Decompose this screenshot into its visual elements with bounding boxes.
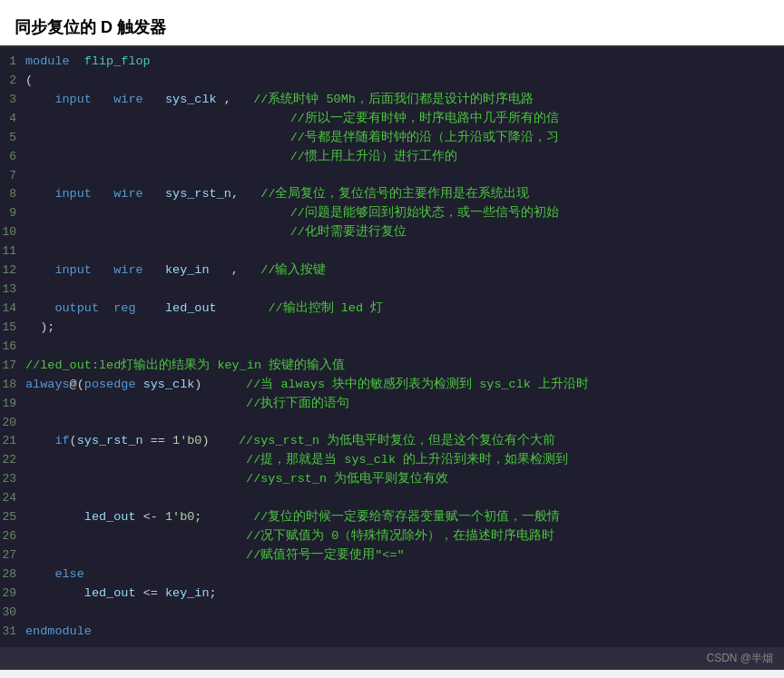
line-content: led_out <= key_in; [25,585,777,604]
code-token [92,93,113,106]
code-line: 14 output reg led_out //输出控制 led 灯 [0,300,784,319]
line-content: //号都是伴随着时钟的沿（上升沿或下降沿，习 [25,129,777,148]
line-content [25,414,777,433]
code-line: 22 //提，那就是当 sys_clk 的上升沿到来时，如果检测到 [0,451,784,470]
code-token: wire [113,263,142,277]
code-token [25,453,246,467]
code-line: 28 else [0,565,784,585]
code-token: sys_rst_n [77,434,143,447]
line-content: output reg led_out //输出控制 led 灯 [25,300,777,319]
code-token: posedge [84,378,136,391]
line-content: always@(posedge sys_clk) //当 always 块中的敏… [25,376,777,395]
code-token: sys_clk [143,378,195,391]
line-content: //况下赋值为 0（特殊情况除外），在描述时序电路时 [25,527,777,546]
line-number: 19 [0,395,25,413]
line-number: 26 [0,527,25,545]
code-token [201,378,246,391]
code-token: //惯上用上升沿）进行工作的 [290,150,457,163]
code-token: led_out [84,510,136,524]
code-token: //执行下面的语句 [246,397,349,410]
code-line: 16 [0,338,784,357]
code-token: 1'b0 [165,510,194,524]
code-token: <- [136,510,165,524]
code-token: , [231,187,239,201]
code-token [25,150,290,163]
code-token: else [54,567,83,581]
code-token: <= [136,586,165,600]
code-token [25,397,246,410]
code-line: 4 //所以一定要有时钟，时序电路中几乎所有的信 [0,110,784,129]
line-number: 3 [0,91,25,109]
code-token: //sys_rst_n 为低电平则复位有效 [246,472,448,486]
line-content [25,167,777,186]
code-line: 10 //化时需要进行复位 [0,223,784,242]
line-content: //化时需要进行复位 [25,223,777,242]
code-token: reg [113,301,135,315]
line-number: 1 [0,53,25,71]
code-token: //led_out:led灯输出的结果为 key_in 按键的输入值 [25,359,345,372]
line-number: 23 [0,470,25,488]
code-token [143,93,165,106]
code-token: output [54,301,99,315]
code-token [25,529,246,543]
code-token: , [210,263,239,277]
code-line: 20 [0,414,784,433]
line-number: 21 [0,432,25,450]
code-token: 1'b0 [172,434,201,447]
code-line: 24 [0,489,784,508]
code-token: sys_clk [165,93,217,106]
code-token: key_in [165,586,210,600]
line-number: 16 [0,338,25,356]
code-token [231,93,253,106]
line-number: 31 [0,623,25,641]
line-number: 30 [0,604,25,622]
code-token [136,301,165,315]
code-token: //号都是伴随着时钟的沿（上升沿或下降沿，习 [290,131,559,144]
code-line: 7 [0,167,784,186]
line-number: 24 [0,489,25,507]
code-token: //当 always 块中的敏感列表为检测到 sys_clk 上升沿时 [246,378,589,391]
code-token: module [25,54,70,68]
code-token [201,510,253,524]
code-token: //赋值符号一定要使用"<=" [246,548,405,562]
code-token: ) [201,434,209,447]
line-content: if(sys_rst_n == 1'b0) //sys_rst_n 为低电平时复… [25,432,777,451]
code-token: ; [210,586,217,600]
code-token: //提，那就是当 sys_clk 的上升沿到来时，如果检测到 [246,453,568,467]
code-line: 12 input wire key_in , //输入按键 [0,261,784,280]
code-line: 2( [0,72,784,91]
code-line: 21 if(sys_rst_n == 1'b0) //sys_rst_n 为低电… [0,432,784,451]
code-token [143,263,165,277]
code-line: 30 [0,604,784,623]
line-content [25,280,777,300]
code-line: 1module flip_flop [0,53,784,72]
line-number: 17 [0,357,25,375]
code-token: //复位的时候一定要给寄存器变量赋一个初值，一般情 [253,510,560,524]
code-line: 15 ); [0,319,784,338]
line-number: 9 [0,204,25,222]
line-content: //sys_rst_n 为低电平则复位有效 [25,470,777,489]
code-line: 17//led_out:led灯输出的结果为 key_in 按键的输入值 [0,357,784,376]
code-token: , [217,93,231,106]
code-token: ); [25,320,54,334]
code-token [25,567,54,581]
line-content: endmodule [25,623,777,642]
code-line: 19 //执行下面的语句 [0,395,784,414]
line-content: module flip_flop [25,53,777,72]
code-token: //sys_rst_n 为低电平时复位，但是这个复位有个大前 [239,434,555,447]
line-number: 8 [0,185,25,203]
code-token [25,93,54,106]
code-token [25,206,290,220]
line-content: //问题是能够回到初始状态，或一些信号的初始 [25,204,777,223]
line-content: //赋值符号一定要使用"<=" [25,546,777,565]
line-number: 5 [0,129,25,147]
code-line: 13 [0,280,784,300]
line-number: 12 [0,261,25,280]
line-number: 2 [0,72,25,90]
code-token: input [54,263,92,277]
code-line: 5 //号都是伴随着时钟的沿（上升沿或下降沿，习 [0,129,784,148]
code-line: 18always@(posedge sys_clk) //当 always 块中… [0,376,784,395]
line-content [25,338,777,357]
code-token [143,187,165,201]
code-token: endmodule [25,624,92,638]
